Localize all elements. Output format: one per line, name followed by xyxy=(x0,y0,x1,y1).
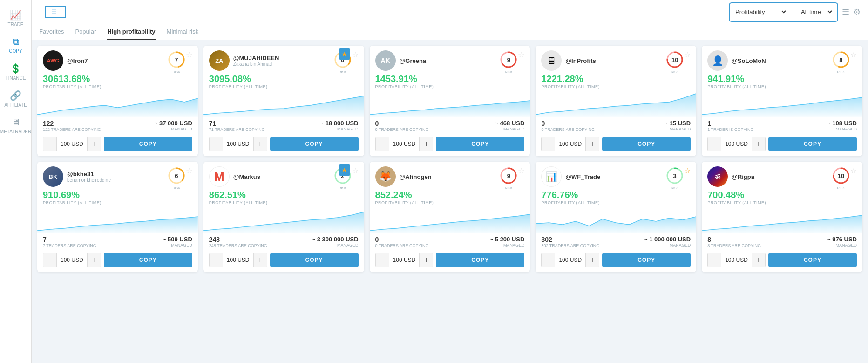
copying-label: 1 TRADER IS COPYING xyxy=(707,127,753,132)
decrease-button[interactable]: − xyxy=(708,137,721,151)
copying-label: 7 TRADERS ARE COPYING xyxy=(43,243,96,248)
decrease-button[interactable]: − xyxy=(708,253,721,267)
risk-value: 10 xyxy=(838,173,844,179)
copy-button[interactable]: COPY xyxy=(768,253,857,267)
decrease-button[interactable]: − xyxy=(376,253,389,267)
card-chart xyxy=(702,205,862,233)
managed-label: MANAGED xyxy=(827,243,857,247)
copying-count: 71 xyxy=(209,120,265,127)
managed-label: MANAGED xyxy=(490,243,525,247)
card-footer-stats: 122 122 TRADERS ARE COPYING ~ 37 000 USD… xyxy=(37,117,198,134)
settings-button[interactable]: ⚙ xyxy=(853,7,861,17)
copy-button[interactable]: COPY xyxy=(270,253,359,267)
star-button[interactable]: ☆ xyxy=(186,50,192,59)
star-button[interactable]: ☆ xyxy=(850,166,857,175)
sidebar-item-copy[interactable]: ⧉ COPY xyxy=(0,32,31,58)
decrease-button[interactable]: − xyxy=(43,253,56,267)
increase-button[interactable]: + xyxy=(254,253,267,267)
trader-card: 👤 @SoLoMoN 8 RISK ☆ 941.91% PROFITABILIT… xyxy=(702,46,862,156)
copying-stat: 8 8 TRADERS ARE COPYING xyxy=(707,236,761,248)
tab-popular[interactable]: Popular xyxy=(75,24,96,40)
increase-button[interactable]: + xyxy=(752,137,765,151)
trader-name-section: @MUJAHIDEEN Zakaria bin Ahmad xyxy=(233,55,333,67)
star-button[interactable]: ☆ xyxy=(684,166,691,175)
decrease-button[interactable]: − xyxy=(542,253,555,267)
sidebar-item-affiliate[interactable]: 🔗 AFFILIATE xyxy=(0,85,31,112)
decrease-button[interactable]: − xyxy=(376,137,389,151)
increase-button[interactable]: + xyxy=(586,253,599,267)
star-button[interactable]: ☆ xyxy=(352,166,359,175)
managed-stat: ~ 108 USD MANAGED xyxy=(827,120,857,132)
copying-label: 0 TRADERS ARE COPYING xyxy=(375,243,429,248)
copy-button[interactable]: COPY xyxy=(602,253,691,267)
tab-high-profitability[interactable]: High profitability xyxy=(107,24,155,40)
managed-stat: ~ 15 USD MANAGED xyxy=(664,120,691,132)
profit-chart xyxy=(203,205,364,233)
increase-button[interactable]: + xyxy=(420,253,433,267)
copying-count: 302 xyxy=(541,236,599,243)
amount-value: 100 USD xyxy=(389,253,420,267)
card-actions: − 100 USD + COPY xyxy=(37,134,198,156)
trader-info: ZA @MUJAHIDEEN Zakaria bin Ahmad xyxy=(209,50,333,71)
star-button[interactable]: ☆ xyxy=(518,166,524,175)
risk-circle: 3 RISK xyxy=(665,166,684,185)
period-select[interactable]: All time 1 Month 3 Months 1 Year xyxy=(799,8,834,16)
managed-stat: ~ 468 USD MANAGED xyxy=(495,120,524,132)
sort-select[interactable]: Profitability Risk Traders Copying xyxy=(733,8,787,16)
card-chart xyxy=(203,205,364,233)
copy-button[interactable]: COPY xyxy=(104,253,192,267)
tab-favorites[interactable]: Favorites xyxy=(39,24,64,40)
decrease-button[interactable]: − xyxy=(210,253,223,267)
profitability-value: 3095.08% xyxy=(209,74,359,84)
copy-button[interactable]: COPY xyxy=(768,137,857,151)
tab-minimal-risk[interactable]: Minimal risk xyxy=(167,24,199,40)
copy-button[interactable]: COPY xyxy=(104,137,192,151)
card-footer-stats: 248 248 TRADERS ARE COPYING ~ 3 300 000 … xyxy=(203,233,364,250)
decrease-button[interactable]: − xyxy=(210,137,223,151)
managed-stat: ~ 509 USD MANAGED xyxy=(163,236,192,248)
increase-button[interactable]: + xyxy=(254,137,267,151)
managed-label: MANAGED xyxy=(644,243,691,247)
profitability-label: PROFITABILITY (ALL TIME) xyxy=(43,84,192,89)
increase-button[interactable]: + xyxy=(88,253,101,267)
list-view-button[interactable]: ☰ xyxy=(842,7,849,17)
profitability-label: PROFITABILITY (ALL TIME) xyxy=(209,84,359,89)
risk-circle: 6 RISK xyxy=(167,166,186,185)
decrease-button[interactable]: − xyxy=(43,137,56,151)
featured-star[interactable]: ★ xyxy=(339,164,350,176)
increase-button[interactable]: + xyxy=(88,137,101,151)
decrease-button[interactable]: − xyxy=(542,137,555,151)
increase-button[interactable]: + xyxy=(752,253,765,267)
copy-button[interactable]: COPY xyxy=(602,137,691,151)
sidebar-item-metatrader[interactable]: 🖥 METATRADER xyxy=(0,112,31,139)
star-button[interactable]: ☆ xyxy=(352,50,359,59)
star-button[interactable]: ☆ xyxy=(186,166,192,175)
managed-value: ~ 37 000 USD xyxy=(154,120,192,127)
risk-value: 10 xyxy=(671,57,678,63)
svg-marker-11 xyxy=(536,94,696,117)
amount-value: 100 USD xyxy=(721,137,752,151)
increase-button[interactable]: + xyxy=(586,137,599,151)
star-button[interactable]: ☆ xyxy=(850,50,857,59)
trader-username: @Markus xyxy=(233,173,333,180)
select-button[interactable]: ☰ xyxy=(45,6,66,18)
risk-label: RISK xyxy=(505,70,512,74)
featured-star[interactable]: ★ xyxy=(339,48,350,60)
profitability-value: 852.24% xyxy=(375,190,525,200)
header-right: Profitability Risk Traders Copying All t… xyxy=(729,2,861,22)
copying-label: 248 TRADERS ARE COPYING xyxy=(209,243,267,248)
copy-button[interactable]: COPY xyxy=(436,137,524,151)
star-button[interactable]: ☆ xyxy=(518,50,524,59)
increase-button[interactable]: + xyxy=(420,137,433,151)
star-button[interactable]: ☆ xyxy=(684,50,691,59)
profit-chart xyxy=(370,89,530,117)
card-footer-stats: 0 0 TRADERS ARE COPYING ~ 468 USD MANAGE… xyxy=(370,117,530,134)
card-header: 🦊 @Afinogen 9 RISK ☆ xyxy=(370,162,530,187)
managed-stat: ~ 18 000 USD MANAGED xyxy=(320,120,359,132)
sidebar-item-finance[interactable]: 💲 FINANCE xyxy=(0,58,31,85)
copy-button[interactable]: COPY xyxy=(270,137,359,151)
copy-button[interactable]: COPY xyxy=(436,253,524,267)
sidebar-item-trade[interactable]: 📈 TRADE xyxy=(0,5,31,32)
amount-value: 100 USD xyxy=(56,253,88,267)
managed-value: ~ 468 USD xyxy=(495,120,524,127)
